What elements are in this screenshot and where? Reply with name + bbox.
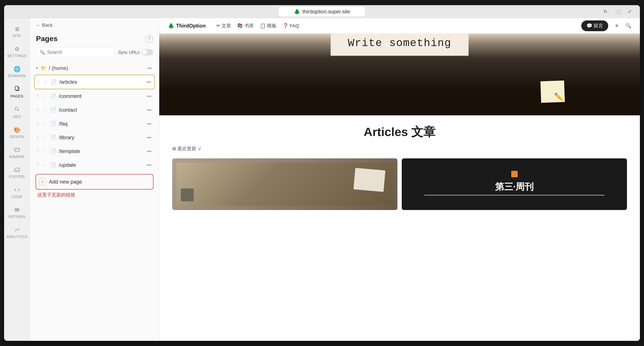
page-row-articles[interactable]: ⠿ › 📄 /articles ••• [34, 75, 155, 89]
back-label: Back [42, 22, 52, 28]
analytics-icon [14, 227, 20, 233]
options-icon [14, 207, 20, 213]
page-more-button[interactable]: ••• [146, 93, 152, 100]
page-name: /update [59, 162, 143, 168]
globe-icon: 🌐 [14, 66, 20, 72]
navbar-icon [14, 147, 20, 154]
nav-link-faq[interactable]: ❓ FAQ [282, 23, 299, 29]
pages-panel: ← Back Pages ? 🔍 Sync URLs [30, 18, 159, 341]
weekly-title: 第三·周刊 [495, 181, 534, 193]
site-favicon: 🌲 [294, 8, 300, 15]
pages-header: Pages ? [30, 28, 159, 47]
page-row-update[interactable]: ⠿ › 📄 /update ••• [34, 158, 155, 172]
refresh-icon[interactable]: ↻ [602, 8, 609, 15]
sidebar-item-seo-label: SEO [13, 115, 21, 119]
page-row-faq[interactable]: ⠿ › 📄 /faq ••• [34, 117, 155, 131]
sidebar-item-settings[interactable]: ⚙ SETTINGS [4, 42, 30, 62]
sidebar-item-design-label: DESIGN [10, 135, 24, 139]
search-nav-icon [14, 106, 20, 113]
url-text: thirdoption.super.site [302, 8, 350, 15]
page-more-button[interactable]: ••• [146, 107, 152, 113]
chevron-right-icon[interactable]: › [42, 148, 48, 154]
drag-handle-icon: ⠿ [36, 121, 39, 126]
nav-link-articles[interactable]: ✏ 文章 [216, 23, 231, 29]
sidebar-item-domains-label: DOMAINS [8, 74, 26, 78]
page-doc-icon: 📄 [51, 79, 57, 85]
home-folder-label: / (home) [49, 65, 68, 71]
svg-line-2 [18, 110, 19, 111]
toggle-knob [142, 50, 148, 55]
site-search-icon[interactable]: 🔍 [626, 23, 631, 29]
page-doc-icon: 📄 [50, 162, 56, 168]
code-icon [14, 187, 20, 193]
tablet-icon[interactable]: ⬜ [614, 8, 621, 15]
nav-cta-button[interactable]: 💬 留言 [581, 20, 608, 31]
page-name: /articles [59, 79, 143, 85]
back-button[interactable]: ← Back [30, 18, 159, 28]
chevron-right-icon[interactable]: › [42, 79, 48, 85]
sidebar-nav: 🖥 SITE ⚙ SETTINGS 🌐 DOMAINS PAGES [4, 18, 30, 341]
home-folder-more-button[interactable]: ••• [146, 65, 153, 72]
sidebar-item-options-label: OPTIONS [8, 215, 26, 219]
sidebar-item-pages[interactable]: PAGES [4, 82, 30, 102]
app-window: 🌲 thirdoption.super.site ↻ ⬜ ⤢ 🖥 SITE ⚙ … [4, 5, 640, 341]
sidebar-item-navbar[interactable]: NAVBAR [4, 143, 30, 163]
expand-icon[interactable]: ⤢ [626, 8, 634, 15]
page-more-button[interactable]: ••• [146, 162, 152, 169]
page-name: /faq [59, 121, 143, 127]
chevron-right-icon[interactable]: › [42, 121, 48, 127]
home-folder-row[interactable]: ▾ 📁 / (home) ••• [34, 62, 155, 75]
article-card-1[interactable] [172, 158, 398, 210]
url-bar[interactable]: 🌲 thirdoption.super.site [279, 7, 365, 16]
sidebar-item-options[interactable]: OPTIONS [4, 203, 30, 222]
nav-link-template[interactable]: 📋 模板 [260, 23, 276, 29]
chevron-right-icon[interactable]: › [42, 107, 48, 113]
add-new-page-button[interactable]: Add new page [36, 174, 154, 189]
page-row-comment[interactable]: ⠿ › 📄 /comment ••• [34, 89, 155, 103]
sidebar-item-analytics[interactable]: ANALYTICS [4, 223, 30, 242]
chevron-down-icon: ▾ [36, 66, 38, 71]
page-doc-icon: 📄 [50, 121, 56, 127]
page-doc-icon: 📄 [50, 107, 56, 113]
search-input[interactable] [47, 49, 111, 55]
sidebar-item-site[interactable]: 🖥 SITE [4, 22, 30, 41]
sidebar-item-code[interactable]: CODE [4, 183, 30, 202]
chevron-right-icon[interactable]: › [42, 162, 48, 168]
weekly-badge [511, 171, 518, 177]
search-input-wrapper[interactable]: 🔍 [36, 47, 115, 57]
sync-urls-label: Sync URLs [118, 50, 140, 55]
folder-icon: 📁 [40, 65, 46, 71]
pages-title: Pages [36, 34, 58, 43]
sidebar-item-pages-label: PAGES [10, 94, 24, 99]
page-more-button[interactable]: ••• [146, 120, 152, 127]
page-more-button[interactable]: ••• [146, 148, 152, 155]
sync-urls-toggle[interactable] [142, 49, 153, 55]
sidebar-item-seo[interactable]: SEO [4, 103, 30, 122]
page-more-button[interactable]: ••• [145, 79, 152, 85]
article-card-2[interactable]: 第三·周刊 [402, 158, 627, 210]
hero-paper: Write something [330, 33, 468, 56]
titlebar: 🌲 thirdoption.super.site ↻ ⬜ ⤢ [4, 5, 640, 18]
logo-text: ThirdOption [176, 23, 206, 29]
nav-link-library[interactable]: 📚 书库 [237, 23, 254, 29]
brightness-icon[interactable]: ☀ [615, 23, 619, 29]
svg-point-12 [16, 210, 17, 211]
page-row-contact[interactable]: ⠿ › 📄 /contact ••• [34, 103, 155, 117]
drag-handle-icon: ⠿ [36, 94, 39, 99]
page-more-button[interactable]: ••• [146, 134, 152, 141]
note-overlay: ✏️ [540, 80, 565, 103]
chevron-right-icon[interactable]: › [42, 135, 48, 141]
page-doc-icon: 📄 [50, 93, 56, 99]
sidebar-item-domains[interactable]: 🌐 DOMAINS [4, 62, 30, 82]
page-row-template[interactable]: ⠿ › 📄 /template ••• [34, 144, 155, 158]
sidebar-item-design[interactable]: 🎨 DESIGN [4, 123, 30, 143]
pages-list: ▾ 📁 / (home) ••• ⠿ › 📄 /articles ••• ⠿ › [30, 62, 159, 341]
sidebar-item-footer[interactable]: FOOTER [4, 163, 30, 182]
add-new-page-label: Add new page [49, 179, 82, 185]
pages-info-button[interactable]: ? [145, 35, 153, 43]
page-doc-icon: 📄 [50, 149, 56, 154]
chevron-right-icon[interactable]: › [42, 93, 48, 99]
link-config-label[interactable]: 设置子页面的链接 [34, 192, 155, 202]
articles-filter[interactable]: ⊞ 最近更新 ∨ [172, 146, 627, 152]
page-row-library[interactable]: ⠿ › 📄 /library ••• [34, 131, 155, 144]
